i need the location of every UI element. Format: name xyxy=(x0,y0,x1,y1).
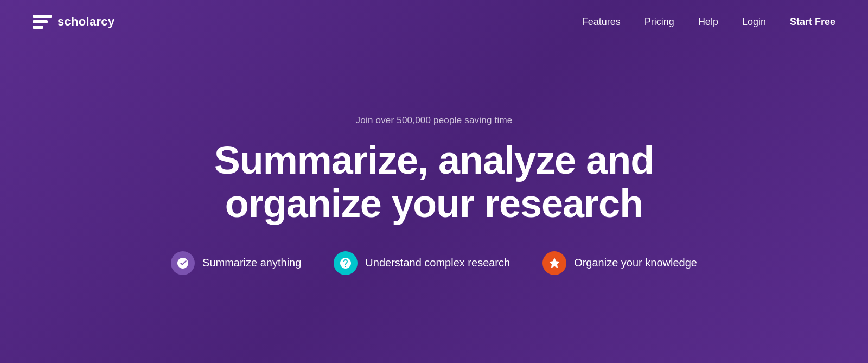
summarize-label: Summarize anything xyxy=(202,257,301,269)
logo-icon xyxy=(33,12,52,31)
understand-label: Understand complex research xyxy=(365,257,510,269)
feature-pill-organize[interactable]: Organize your knowledge xyxy=(542,251,697,275)
nav-help[interactable]: Help xyxy=(698,16,718,28)
summarize-icon-bg xyxy=(171,251,195,275)
organize-icon-bg xyxy=(542,251,566,275)
nav-pricing[interactable]: Pricing xyxy=(644,16,674,28)
nav-login[interactable]: Login xyxy=(742,16,766,28)
understand-icon-bg xyxy=(334,251,358,275)
feature-pills: Summarize anything Understand complex re… xyxy=(171,251,697,275)
logo-text: scholarcy xyxy=(58,15,114,29)
summarize-icon xyxy=(176,257,189,270)
organize-label: Organize your knowledge xyxy=(574,257,697,269)
feature-pill-summarize[interactable]: Summarize anything xyxy=(171,251,301,275)
hero-section: Join over 500,000 people saving time Sum… xyxy=(0,43,868,363)
page-wrapper: scholarcy Features Pricing Help Login St… xyxy=(0,0,868,363)
hero-headline: Summarize, analyze and organize your res… xyxy=(214,139,654,225)
organize-icon xyxy=(548,257,561,270)
feature-pill-understand[interactable]: Understand complex research xyxy=(334,251,510,275)
hero-headline-line2: organize your research xyxy=(225,182,643,225)
understand-icon xyxy=(339,257,352,270)
logo[interactable]: scholarcy xyxy=(33,12,114,31)
navbar: scholarcy Features Pricing Help Login St… xyxy=(0,0,868,43)
hero-subtext: Join over 500,000 people saving time xyxy=(356,115,513,126)
nav-links: Features Pricing Help Login Start Free xyxy=(582,16,835,28)
hero-headline-line1: Summarize, analyze and xyxy=(214,138,654,182)
nav-features[interactable]: Features xyxy=(582,16,621,28)
nav-start-free[interactable]: Start Free xyxy=(790,16,835,28)
